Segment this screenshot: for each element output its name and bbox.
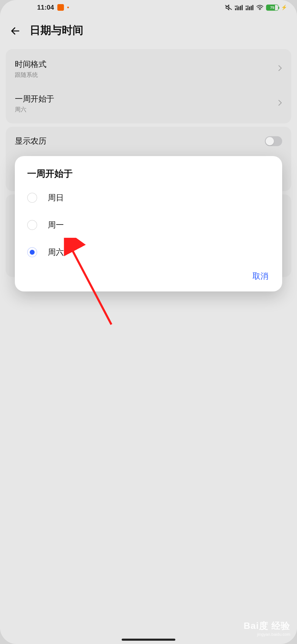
home-indicator[interactable] — [122, 639, 175, 641]
cancel-button[interactable]: 取消 — [252, 271, 268, 282]
radio-selected-icon — [27, 247, 37, 257]
dialog-scrim[interactable] — [0, 0, 297, 644]
option-saturday[interactable]: 周六 — [15, 239, 282, 266]
radio-icon — [27, 220, 37, 230]
watermark-main: Bai度 经验 — [244, 620, 290, 632]
option-label: 周一 — [48, 220, 64, 230]
radio-icon — [27, 193, 37, 203]
week-start-dialog: 一周开始于 周日 周一 周六 取消 — [15, 156, 282, 291]
watermark-sub: jingyan.baidu.com — [244, 632, 290, 637]
option-sunday[interactable]: 周日 — [15, 184, 282, 211]
watermark: Bai度 经验 jingyan.baidu.com — [244, 620, 290, 637]
option-label: 周日 — [48, 192, 64, 203]
dialog-actions: 取消 — [15, 266, 282, 286]
option-monday[interactable]: 周一 — [15, 211, 282, 239]
phone-frame: 11:04 HD HD 75 ⚡ 日期与时间 — [0, 0, 297, 644]
dialog-title: 一周开始于 — [15, 168, 282, 184]
option-label: 周六 — [48, 247, 64, 258]
